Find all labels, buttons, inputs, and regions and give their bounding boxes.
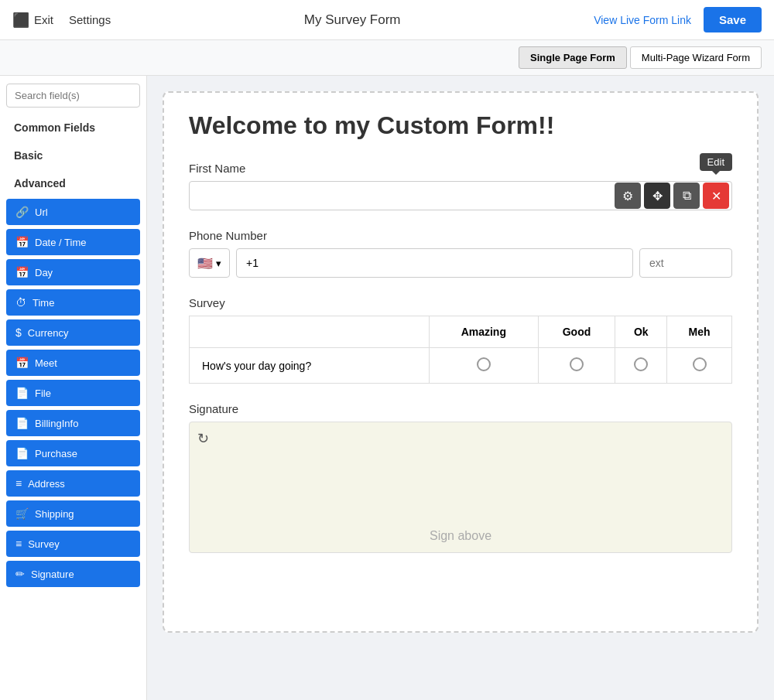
edit-tooltip: Edit [700,153,732,171]
header-left: ⬛ Exit Settings [12,12,111,29]
sidebar-btn-url[interactable]: 🔗 Url [6,199,140,225]
edit-settings-button[interactable]: ⚙ [615,183,641,209]
survey-col-ok: Ok [615,316,667,348]
survey-col-good: Good [538,316,615,348]
edit-copy-button[interactable]: ⧉ [673,183,700,209]
phone-number-input[interactable] [236,248,633,278]
sidebar-btn-signature[interactable]: ✏ Signature [6,561,140,587]
signature-placeholder: Sign above [430,529,491,543]
sidebar-btn-survey[interactable]: ≡ Survey [6,531,140,557]
signature-field-group: Signature ↻ Sign above [189,402,732,553]
address-icon: ≡ [15,477,22,490]
single-page-form-button[interactable]: Single Page Form [519,46,627,69]
header-title: My Survey Form [304,12,401,28]
exit-label: Exit [34,13,53,26]
survey-col-question [190,316,430,348]
multi-page-wizard-form-button[interactable]: Multi-Page Wizard Form [630,46,762,69]
url-icon: 🔗 [15,206,29,218]
view-live-form-link[interactable]: View Live Form Link [594,14,691,26]
survey-radio-ok[interactable] [615,348,667,384]
purchase-icon: 📄 [15,447,29,459]
sub-header: Single Page Form Multi-Page Wizard Form [0,40,774,76]
settings-link[interactable]: Settings [69,13,111,26]
edit-actions: ⚙ ✥ ⧉ ✕ [615,183,729,209]
radio-meh-icon [693,357,707,371]
edit-move-button[interactable]: ✥ [644,183,670,209]
first-name-label: First Name [189,162,732,175]
sidebar-btn-time[interactable]: ⏱ Time [6,289,140,316]
survey-table: Amazing Good Ok Meh How's your day going… [189,316,732,384]
survey-label: Survey [189,296,732,309]
radio-amazing-icon [477,357,491,371]
exit-button[interactable]: ⬛ Exit [12,12,53,29]
survey-question: How's your day going? [190,348,430,384]
sidebar-btn-datetime[interactable]: 📅 Date / Time [6,229,140,255]
sidebar-btn-meet[interactable]: 📅 Meet [6,350,140,376]
currency-icon: $ [15,326,22,339]
sidebar-btn-address[interactable]: ≡ Address [6,470,140,497]
radio-good-icon [570,357,584,371]
refresh-icon[interactable]: ↻ [197,430,209,447]
sidebar-btn-day[interactable]: 📅 Day [6,259,140,285]
meet-icon: 📅 [15,357,29,369]
sidebar-section-common-fields[interactable]: Common Fields [6,115,140,140]
sidebar-btn-billinginfo[interactable]: 📄 BillingInfo [6,410,140,436]
survey-col-amazing: Amazing [430,316,539,348]
time-icon: ⏱ [15,296,26,309]
phone-row: 🇺🇸 ▾ [189,248,732,278]
save-button[interactable]: Save [704,7,762,32]
phone-prefix: ▾ [216,258,221,269]
billinginfo-icon: 📄 [15,417,29,429]
survey-field-group: Survey Amazing Good Ok Meh How's y [189,296,732,384]
main-layout: Common Fields Basic Advanced 🔗 Url 📅 Dat… [0,76,774,700]
file-icon: 📄 [15,387,29,399]
table-row: How's your day going? [190,348,732,384]
survey-icon: ≡ [15,538,22,550]
survey-radio-meh[interactable] [667,348,732,384]
survey-radio-amazing[interactable] [430,348,539,384]
sidebar-btn-shipping[interactable]: 🛒 Shipping [6,500,140,527]
radio-ok-icon [634,357,648,371]
sidebar-section-basic[interactable]: Basic [6,143,140,168]
sidebar-btn-file[interactable]: 📄 File [6,380,140,406]
header-right: View Live Form Link Save [594,7,762,32]
content-area: Welcome to my Custom Form!! First Name E… [147,76,774,700]
sidebar-btn-currency[interactable]: $ Currency [6,319,140,346]
day-icon: 📅 [15,266,29,278]
survey-radio-good[interactable] [538,348,615,384]
exit-icon: ⬛ [12,12,29,29]
datetime-icon: 📅 [15,236,29,248]
sidebar: Common Fields Basic Advanced 🔗 Url 📅 Dat… [0,76,147,700]
edit-delete-button[interactable]: ✕ [703,183,729,209]
phone-field-group: Phone Number 🇺🇸 ▾ [189,229,732,278]
survey-col-meh: Meh [667,316,732,348]
phone-ext-input[interactable] [639,248,732,278]
header: ⬛ Exit Settings My Survey Form View Live… [0,0,774,40]
survey-header-row: Amazing Good Ok Meh [190,316,732,348]
flag-icon: 🇺🇸 [197,256,213,271]
phone-label: Phone Number [189,229,732,242]
phone-country-selector[interactable]: 🇺🇸 ▾ [189,248,230,278]
form-title: Welcome to my Custom Form!! [189,111,732,140]
signature-area[interactable]: ↻ Sign above [189,422,732,553]
sidebar-btn-purchase[interactable]: 📄 Purchase [6,440,140,466]
shipping-icon: 🛒 [15,507,29,520]
first-name-input-wrapper: Edit ⚙ ✥ ⧉ ✕ [189,181,732,210]
signature-icon: ✏ [15,568,25,580]
search-input[interactable] [6,84,140,108]
form-container: Welcome to my Custom Form!! First Name E… [163,91,759,633]
sidebar-section-advanced[interactable]: Advanced [6,171,140,196]
signature-label: Signature [189,402,732,415]
first-name-field-group: First Name Edit ⚙ ✥ ⧉ ✕ [189,162,732,210]
